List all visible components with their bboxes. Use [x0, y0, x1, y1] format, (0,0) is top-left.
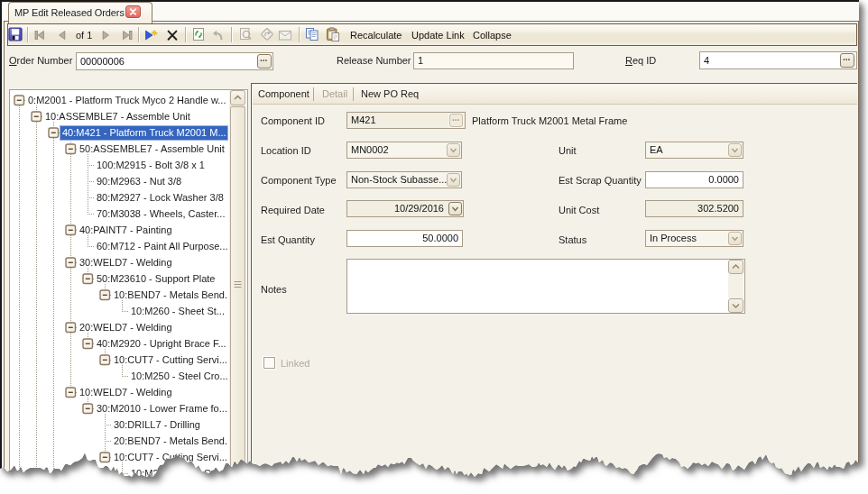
svg-text:10:CUT7 - Cutting Servi...: 10:CUT7 - Cutting Servi... [114, 354, 227, 365]
svg-text:30:DRILL7 - Drilling: 30:DRILL7 - Drilling [114, 419, 200, 430]
svg-text:30:M2010 - Lower Frame fo...: 30:M2010 - Lower Frame fo... [97, 403, 227, 414]
svg-text:70:M3038 - Wheels, Caster...: 70:M3038 - Wheels, Caster... [97, 208, 225, 219]
svg-text:50:ASSEMBLE7 - Assemble Unit: 50:ASSEMBLE7 - Assemble Unit [79, 143, 225, 154]
svg-text:50:M23610 - Support Plate: 50:M23610 - Support Plate [97, 273, 215, 284]
svg-text:10:M250 - Steel Cro...: 10:M250 - Steel Cro... [131, 370, 228, 381]
svg-text:40:M421 - Platform Truck M2001: 40:M421 - Platform Truck M2001 M... [62, 127, 226, 138]
svg-text:20:WELD7 - Welding: 20:WELD7 - Welding [79, 322, 172, 333]
svg-text:20:BEND7 - Metals Bend...: 20:BEND7 - Metals Bend... [114, 435, 228, 446]
svg-text:80:M2927 - Lock Washer 3/8: 80:M2927 - Lock Washer 3/8 [97, 192, 224, 203]
svg-text:40:PAINT7 - Painting: 40:PAINT7 - Painting [79, 224, 172, 235]
svg-text:10:WELD7 - Welding: 10:WELD7 - Welding [79, 387, 172, 398]
svg-text:90:M2963 - Nut 3/8: 90:M2963 - Nut 3/8 [97, 176, 181, 187]
svg-text:10:BEND7 - Metals Bend...: 10:BEND7 - Metals Bend... [114, 289, 228, 300]
svg-text:60:M712 - Paint All Purpose...: 60:M712 - Paint All Purpose... [97, 241, 228, 252]
svg-text:10:M250 - Steel C...: 10:M250 - Steel C... [131, 468, 219, 479]
svg-text:10:ASSEMBLE7 - Assemble Unit: 10:ASSEMBLE7 - Assemble Unit [45, 111, 190, 122]
svg-text:30:WELD7 - Welding: 30:WELD7 - Welding [79, 257, 172, 268]
svg-text:100:M2915 - Bolt 3/8 x 1: 100:M2915 - Bolt 3/8 x 1 [97, 160, 205, 170]
svg-text:10:CUT7 - Cutting Servi...: 10:CUT7 - Cutting Servi... [114, 452, 227, 462]
svg-text:10:M260 - Sheet St...: 10:M260 - Sheet St... [131, 306, 225, 316]
svg-text:40:M2920 - Upright Brace F...: 40:M2920 - Upright Brace F... [97, 338, 226, 349]
svg-text:0:M2001 - Platform Truck Myco: 0:M2001 - Platform Truck Myco 2 Handle w… [28, 95, 226, 105]
